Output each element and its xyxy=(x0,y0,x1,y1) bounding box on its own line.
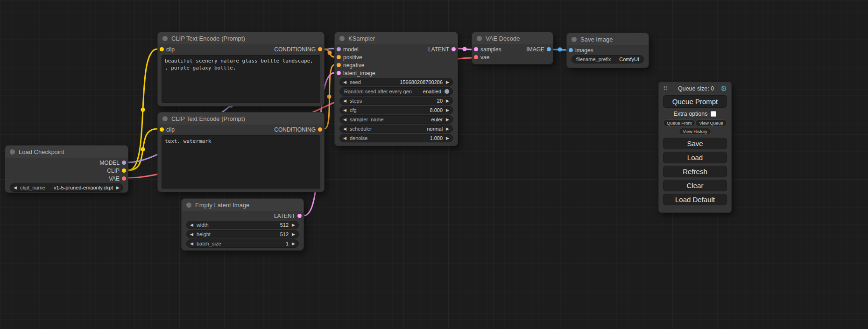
vae-slot-dot[interactable] xyxy=(474,55,478,59)
refresh-button[interactable]: Refresh xyxy=(663,166,727,177)
input-slot-latent-image[interactable]: latent_image xyxy=(335,69,458,77)
conditioning-slot-dot[interactable] xyxy=(318,127,322,132)
increment-arrow-icon[interactable]: ▶ xyxy=(292,232,295,237)
increment-arrow-icon[interactable]: ▶ xyxy=(292,223,295,227)
queue-prompt-button[interactable]: Queue Prompt xyxy=(663,95,727,108)
node-header[interactable]: CLIP Text Encode (Prompt) xyxy=(158,32,324,44)
input-slot-negative[interactable]: negative xyxy=(335,61,458,69)
input-slot-clip[interactable]: clip xyxy=(158,45,175,53)
save-button[interactable]: Save xyxy=(663,138,727,149)
negative-prompt-textarea[interactable]: text, watermark xyxy=(162,135,320,189)
cfg-widget[interactable]: ◀ cfg 8.000 ▶ xyxy=(339,106,453,114)
wire-midpoint-dot[interactable] xyxy=(141,108,145,112)
node-header[interactable]: Empty Latent Image xyxy=(182,199,303,211)
image-slot-dot[interactable] xyxy=(547,47,551,51)
node-vae-decode[interactable]: VAE Decode samples IMAGE vae xyxy=(472,32,553,64)
increment-arrow-icon[interactable]: ▶ xyxy=(446,80,449,84)
view-history-button[interactable]: View History xyxy=(679,128,711,135)
settings-gear-icon[interactable]: ⚙ xyxy=(721,85,727,92)
queue-front-button[interactable]: Queue Front xyxy=(663,119,695,126)
input-slot-images[interactable]: images xyxy=(567,46,649,54)
output-slot-model[interactable]: MODEL xyxy=(99,159,128,167)
clip-slot-dot[interactable] xyxy=(160,47,164,51)
node-load-checkpoint[interactable]: Load Checkpoint MODEL CLIP VAE ◀ ckpt_na… xyxy=(5,145,128,193)
decrement-arrow-icon[interactable]: ◀ xyxy=(343,136,346,140)
queue-panel[interactable]: ⠿ Queue size: 0 ⚙ Queue Prompt Extra opt… xyxy=(658,82,732,213)
ckpt-name-widget[interactable]: ◀ ckpt_name v1-5-pruned-emaonly.ckpt ▶ xyxy=(10,183,123,192)
output-slot-latent[interactable]: LATENT xyxy=(428,45,458,53)
node-collapse-dot-icon[interactable] xyxy=(162,116,168,121)
increment-arrow-icon[interactable]: ▶ xyxy=(446,127,449,131)
increment-arrow-icon[interactable]: ▶ xyxy=(446,99,449,103)
node-collapse-dot-icon[interactable] xyxy=(339,36,345,41)
increment-arrow-icon[interactable]: ▶ xyxy=(446,136,449,140)
decrement-arrow-icon[interactable]: ◀ xyxy=(190,223,193,227)
node-header[interactable]: VAE Decode xyxy=(472,32,553,44)
decrement-arrow-icon[interactable]: ◀ xyxy=(343,80,346,84)
wire-midpoint-dot[interactable] xyxy=(558,48,562,52)
positive-prompt-textarea[interactable]: beautiful scenery nature glass bottle la… xyxy=(162,55,320,103)
output-slot-latent[interactable]: LATENT xyxy=(274,212,303,220)
model-slot-dot[interactable] xyxy=(337,47,341,51)
increment-arrow-icon[interactable]: ▶ xyxy=(116,186,120,190)
wire-midpoint-dot[interactable] xyxy=(328,51,332,55)
decrement-arrow-icon[interactable]: ◀ xyxy=(190,232,193,237)
input-slot-vae[interactable]: vae xyxy=(472,53,553,61)
node-header[interactable]: CLIP Text Encode (Prompt) xyxy=(158,112,324,125)
decrement-arrow-icon[interactable]: ◀ xyxy=(190,242,193,246)
latent-slot-dot[interactable] xyxy=(474,47,478,51)
clip-slot-dot[interactable] xyxy=(160,127,164,132)
conditioning-slot-dot[interactable] xyxy=(337,63,341,67)
node-empty-latent-image[interactable]: Empty Latent Image LATENT ◀ width 512 ▶ … xyxy=(181,198,304,251)
node-ksampler[interactable]: KSampler model LATENT positive negative xyxy=(334,32,458,146)
node-clip-text-encode-negative[interactable]: CLIP Text Encode (Prompt) clip CONDITION… xyxy=(157,112,325,192)
node-header[interactable]: KSampler xyxy=(335,32,458,44)
conditioning-slot-dot[interactable] xyxy=(337,55,341,59)
image-slot-dot[interactable] xyxy=(569,48,573,52)
scheduler-widget[interactable]: ◀ scheduler normal ▶ xyxy=(339,125,453,133)
increment-arrow-icon[interactable]: ▶ xyxy=(292,242,295,246)
latent-slot-dot[interactable] xyxy=(297,214,302,218)
node-collapse-dot-icon[interactable] xyxy=(10,149,15,154)
input-slot-positive[interactable]: positive xyxy=(335,53,458,61)
conditioning-slot-dot[interactable] xyxy=(318,47,322,51)
wire-midpoint-dot[interactable] xyxy=(463,47,467,51)
vae-slot-dot[interactable] xyxy=(122,176,126,181)
node-collapse-dot-icon[interactable] xyxy=(186,203,191,208)
filename-prefix-widget[interactable]: filename_prefix ComfyUI xyxy=(572,55,644,63)
increment-arrow-icon[interactable]: ▶ xyxy=(446,108,449,112)
input-slot-samples[interactable]: samples xyxy=(472,45,501,53)
view-queue-button[interactable]: View Queue xyxy=(695,119,727,126)
decrement-arrow-icon[interactable]: ◀ xyxy=(343,127,346,131)
input-slot-clip[interactable]: clip xyxy=(158,126,175,133)
clip-slot-dot[interactable] xyxy=(122,168,126,173)
decrement-arrow-icon[interactable]: ◀ xyxy=(343,99,346,103)
node-save-image[interactable]: Save Image images filename_prefix ComfyU… xyxy=(566,33,649,68)
decrement-arrow-icon[interactable]: ◀ xyxy=(14,186,17,190)
extra-options-checkbox[interactable] xyxy=(711,111,716,117)
toggle-on-dot[interactable] xyxy=(445,89,449,94)
output-slot-conditioning[interactable]: CONDITIONING xyxy=(274,45,324,53)
height-widget[interactable]: ◀ height 512 ▶ xyxy=(186,230,299,238)
node-header[interactable]: Load Checkpoint xyxy=(5,146,128,158)
node-collapse-dot-icon[interactable] xyxy=(162,36,168,41)
node-clip-text-encode-positive[interactable]: CLIP Text Encode (Prompt) clip CONDITION… xyxy=(157,32,325,106)
node-collapse-dot-icon[interactable] xyxy=(477,36,482,41)
increment-arrow-icon[interactable]: ▶ xyxy=(446,118,449,122)
steps-widget[interactable]: ◀ steps 20 ▶ xyxy=(339,97,453,105)
sampler-name-widget[interactable]: ◀ sampler_name euler ▶ xyxy=(339,115,453,124)
load-button[interactable]: Load xyxy=(663,152,727,163)
seed-widget[interactable]: ◀ seed 156680208700286 ▶ xyxy=(339,78,453,86)
load-default-button[interactable]: Load Default xyxy=(663,194,727,205)
random-seed-toggle[interactable]: Random seed after every gen enabled xyxy=(339,87,453,96)
clear-button[interactable]: Clear xyxy=(663,180,727,191)
width-widget[interactable]: ◀ width 512 ▶ xyxy=(186,221,299,229)
node-header[interactable]: Save Image xyxy=(567,33,649,45)
wire-midpoint-dot[interactable] xyxy=(327,95,332,99)
node-graph-canvas[interactable]: Load Checkpoint MODEL CLIP VAE ◀ ckpt_na… xyxy=(0,0,868,329)
output-slot-clip[interactable]: CLIP xyxy=(107,167,128,175)
input-slot-model[interactable]: model xyxy=(335,45,359,53)
model-slot-dot[interactable] xyxy=(122,161,126,165)
node-collapse-dot-icon[interactable] xyxy=(572,37,577,42)
drag-handle-icon[interactable]: ⠿ xyxy=(663,85,668,92)
